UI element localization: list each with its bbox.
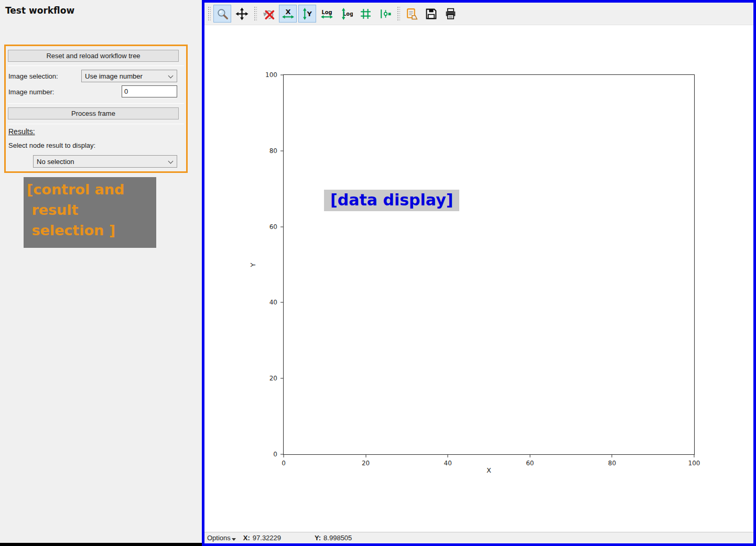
image-selection-value: Use image number [85, 72, 143, 80]
y-tick-mark [280, 150, 283, 151]
control-annotation-box: [control and result selection ] [24, 177, 156, 248]
x-tick-label: 0 [282, 460, 286, 467]
x-tick-mark [448, 455, 448, 457]
y-autoscale-button[interactable]: Y [298, 5, 316, 23]
x-coordinate-value: 97.32229 [253, 534, 281, 542]
data-display-panel: X Y Log [202, 0, 756, 546]
x-log-scale-icon: Log [320, 7, 333, 20]
x-tick-label: 40 [444, 460, 452, 467]
toolbar-handle [396, 6, 400, 21]
y-tick-mark [280, 226, 283, 227]
y-autoscale-icon: Y [301, 7, 314, 20]
x-log-scale-button[interactable]: Log [318, 5, 336, 23]
toolbar-handle [207, 6, 211, 21]
y-log-scale-icon: Log [340, 7, 353, 20]
x-coordinate-label: X: [243, 534, 250, 542]
x-tick-mark [365, 455, 366, 457]
curve-style-button[interactable] [376, 5, 394, 23]
x-tick-label: 60 [526, 460, 534, 467]
cursor-y-readout: Y:8.998505 [315, 534, 352, 542]
svg-text:Log: Log [343, 11, 353, 17]
cursor-x-readout: X:97.32229 [243, 534, 281, 542]
chevron-down-icon [169, 159, 173, 163]
separator [8, 124, 184, 124]
node-result-label: Select node result to display: [8, 141, 95, 149]
x-tick-label: 80 [608, 460, 616, 467]
x-autoscale-icon: X [282, 7, 295, 20]
process-frame-button[interactable]: Process frame [8, 107, 179, 119]
x-tick-mark [694, 455, 695, 457]
svg-text:Y: Y [306, 10, 312, 18]
y-axis-label: Y [249, 263, 257, 267]
image-number-label: Image number: [8, 88, 54, 96]
reset-reload-workflow-button[interactable]: Reset and reload workflow tree [8, 50, 179, 62]
plot-statusbar: Options X:97.32229 Y:8.998505 [204, 532, 753, 543]
print-icon [444, 7, 457, 20]
svg-text:Log: Log [321, 9, 332, 15]
chevron-down-icon [169, 74, 173, 78]
grid-toggle-button[interactable] [357, 5, 374, 23]
y-tick-label: 0 [273, 451, 277, 458]
separator [8, 65, 184, 66]
y-tick-mark [280, 75, 283, 75]
y-log-scale-button[interactable]: Log [337, 5, 355, 23]
save-button[interactable] [422, 5, 440, 23]
y-tick-label: 80 [269, 147, 277, 155]
image-selection-dropdown[interactable]: Use image number [81, 70, 177, 82]
x-tick-label: 20 [362, 460, 370, 467]
reset-zoom-icon [262, 7, 275, 20]
x-tick-mark [612, 455, 612, 457]
y-tick-label: 40 [269, 299, 277, 306]
control-sidebar: Test workflow Reset and reload workflow … [0, 0, 202, 546]
image-selection-label: Image selection: [8, 72, 58, 80]
caret-down-icon [232, 538, 236, 541]
x-autoscale-button[interactable]: X [279, 5, 297, 23]
y-tick-mark [280, 302, 283, 303]
save-icon [425, 7, 438, 20]
toolbar-handle [253, 6, 257, 21]
x-tick-mark [530, 455, 530, 457]
zoom-mode-button[interactable] [213, 5, 231, 23]
y-tick-mark [280, 454, 283, 455]
curve-style-icon [379, 7, 392, 20]
y-tick-label: 60 [269, 223, 277, 231]
y-tick-label: 100 [265, 71, 277, 79]
y-coordinate-label: Y: [315, 534, 321, 542]
node-result-value: No selection [37, 158, 74, 166]
reset-zoom-button[interactable] [260, 5, 277, 23]
print-button[interactable] [441, 5, 459, 23]
plot-toolbar: X Y Log [204, 3, 753, 25]
y-axis-label-wrap: Y [249, 74, 258, 455]
zoom-mode-icon [216, 7, 229, 20]
options-label: Options [207, 534, 231, 542]
x-tick-mark [284, 455, 284, 457]
copy-to-clipboard-icon [405, 7, 418, 20]
results-heading: Results: [8, 127, 35, 136]
pan-mode-icon [235, 7, 249, 20]
page-title: Test workflow [5, 5, 74, 16]
application-window: Test workflow Reset and reload workflow … [0, 0, 756, 546]
svg-text:X: X [285, 8, 290, 16]
options-button[interactable]: Options [207, 534, 236, 542]
plot-frame: 020406080100020406080100 [283, 74, 695, 455]
y-coordinate-value: 8.998505 [323, 534, 352, 542]
y-tick-mark [280, 378, 283, 379]
control-annotation-text: [control and result selection ] [27, 181, 124, 238]
control-group-box: Reset and reload workflow tree Image sel… [4, 45, 188, 173]
separator [8, 103, 184, 104]
x-axis-label: X [283, 466, 695, 474]
plot-canvas[interactable]: 020406080100020406080100 X Y [data displ… [204, 25, 753, 532]
y-tick-label: 20 [269, 375, 277, 382]
x-tick-label: 100 [688, 460, 700, 467]
node-result-dropdown[interactable]: No selection [33, 155, 177, 168]
image-number-input[interactable] [122, 85, 177, 97]
data-display-annotation: [data display] [324, 190, 459, 211]
grid-icon [359, 7, 372, 20]
pan-mode-button[interactable] [233, 5, 251, 23]
copy-to-clipboard-button[interactable] [403, 5, 420, 23]
